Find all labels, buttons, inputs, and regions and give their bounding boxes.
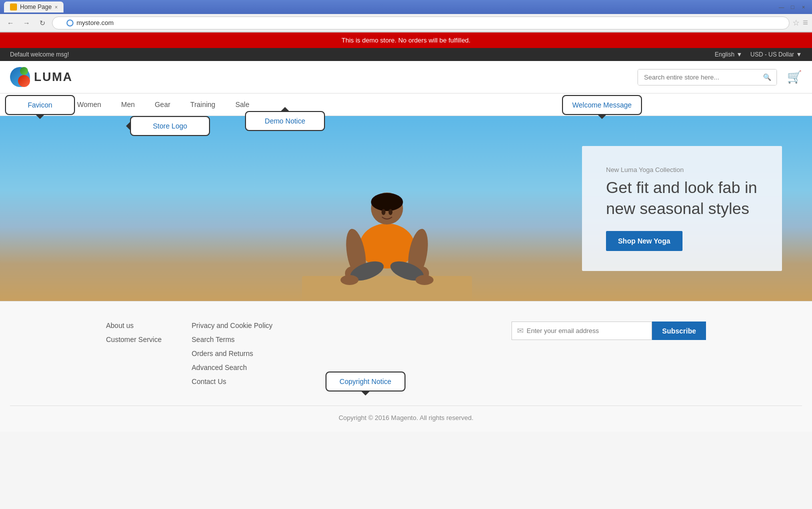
- footer-link-search-terms[interactable]: Search Terms: [192, 336, 272, 344]
- svg-point-13: [388, 209, 392, 215]
- hero-figure: [292, 121, 482, 301]
- currency-chevron-icon: ▼: [796, 51, 802, 58]
- language-selector[interactable]: English ▼: [715, 51, 742, 58]
- footer-link-advanced-search[interactable]: Advanced Search: [192, 364, 272, 372]
- footer-col-links: Privacy and Cookie Policy Search Terms O…: [192, 322, 272, 386]
- footer-link-about[interactable]: About us: [106, 322, 162, 330]
- callout-copyright-notice: Copyright Notice: [326, 372, 406, 392]
- hero-title: Get fit and look fab in new seasonal sty…: [606, 178, 758, 219]
- svg-point-11: [416, 275, 434, 285]
- email-input[interactable]: [526, 322, 646, 340]
- close-button[interactable]: ×: [799, 2, 808, 12]
- address-bar[interactable]: mystore.com: [52, 16, 790, 30]
- demo-banner: This is demo store. No orders will be fu…: [0, 32, 812, 48]
- browser-controls: ← → ↻ mystore.com ☆ ≡: [0, 14, 812, 32]
- search-button[interactable]: 🔍: [758, 70, 776, 85]
- email-input-wrap: ✉: [512, 322, 652, 340]
- browser-chrome: Home Page × — □ × ← → ↻ mystore.com ☆ ≡: [0, 0, 812, 32]
- yoga-person-svg: [302, 126, 472, 301]
- svg-point-10: [340, 275, 358, 285]
- svg-rect-0: [302, 276, 472, 301]
- logo-text: LUMA: [34, 70, 72, 84]
- shop-new-yoga-button[interactable]: Shop New Yoga: [606, 231, 682, 251]
- logo-red-circle: [18, 75, 30, 87]
- tab-favicon-icon: [10, 4, 17, 10]
- subscribe-button[interactable]: Subscribe: [652, 322, 706, 340]
- welcome-message: Default welcome msg!: [10, 51, 69, 58]
- lang-chevron-icon: ▼: [736, 51, 742, 58]
- footer-top: About us Customer Service Privacy and Co…: [106, 322, 706, 386]
- currency-selector[interactable]: USD - US Dollar ▼: [750, 51, 802, 58]
- svg-point-1: [360, 224, 414, 268]
- callout-demo-notice: Demo Notice: [245, 111, 325, 131]
- minimize-button[interactable]: —: [777, 2, 786, 12]
- footer: Copyright Notice About us Customer Servi…: [0, 301, 812, 432]
- maximize-button[interactable]: □: [788, 2, 797, 12]
- currency-label: USD - US Dollar: [750, 51, 794, 58]
- url-text: mystore.com: [76, 19, 114, 26]
- footer-link-contact-us[interactable]: Contact Us: [192, 378, 272, 386]
- language-label: English: [715, 51, 734, 58]
- tab-title: Home Page: [20, 4, 52, 10]
- newsletter-section: ✉ Subscribe: [512, 322, 706, 386]
- logo-green-circle: [20, 67, 28, 75]
- svg-point-12: [382, 209, 386, 215]
- footer-link-privacy[interactable]: Privacy and Cookie Policy: [192, 322, 272, 330]
- back-button[interactable]: ←: [4, 16, 17, 30]
- svg-point-3: [371, 193, 403, 211]
- nav-item-training[interactable]: Training: [180, 94, 226, 116]
- store-logo-link[interactable]: LUMA: [10, 67, 72, 87]
- hero-section: New Luma Yoga Collection Get fit and loo…: [0, 116, 812, 301]
- forward-button[interactable]: →: [20, 16, 33, 30]
- footer-col-about: About us Customer Service: [106, 322, 162, 386]
- tab-close-button[interactable]: ×: [54, 4, 58, 10]
- search-bar[interactable]: 🔍: [638, 69, 777, 86]
- logo-image: [10, 67, 30, 87]
- newsletter-input-row: ✉ Subscribe: [512, 322, 706, 340]
- footer-link-customer-service[interactable]: Customer Service: [106, 336, 162, 344]
- menu-icon[interactable]: ≡: [802, 18, 808, 28]
- secure-icon: [66, 20, 74, 26]
- store-header: Default welcome msg! English ▼ USD - US …: [0, 48, 812, 61]
- callout-welcome-message: Welcome Message: [562, 95, 642, 115]
- browser-tab[interactable]: Home Page ×: [4, 2, 64, 12]
- lang-currency-controls: English ▼ USD - US Dollar ▼: [715, 51, 802, 58]
- demo-banner-text: This is demo store. No orders will be fu…: [342, 36, 470, 44]
- bookmark-icon[interactable]: ☆: [792, 18, 800, 28]
- search-input[interactable]: [638, 70, 758, 85]
- callout-favicon: Favicon: [5, 95, 75, 115]
- browser-titlebar: Home Page × — □ ×: [0, 0, 812, 14]
- nav-item-men[interactable]: Men: [111, 94, 144, 116]
- refresh-button[interactable]: ↻: [36, 16, 49, 30]
- callout-store-logo: Store Logo: [130, 116, 210, 136]
- search-icon: 🔍: [763, 74, 772, 81]
- main-header: Favicon Store Logo Demo Notice Welcome M…: [0, 61, 812, 94]
- nav-item-gear[interactable]: Gear: [144, 94, 180, 116]
- footer-bottom: Copyright © 2016 Magento. All rights res…: [10, 406, 802, 422]
- copyright-text: Copyright © 2016 Magento. All rights res…: [338, 414, 474, 422]
- email-icon: ✉: [517, 326, 524, 336]
- main-navigation: What's New Women Men Gear Training Sale: [0, 94, 812, 116]
- cart-button[interactable]: 🛒: [787, 70, 802, 84]
- footer-link-orders-returns[interactable]: Orders and Returns: [192, 350, 272, 358]
- hero-subtitle: New Luma Yoga Collection: [606, 166, 758, 174]
- cart-icon: 🛒: [787, 70, 802, 84]
- hero-content-box: New Luma Yoga Collection Get fit and loo…: [582, 146, 782, 271]
